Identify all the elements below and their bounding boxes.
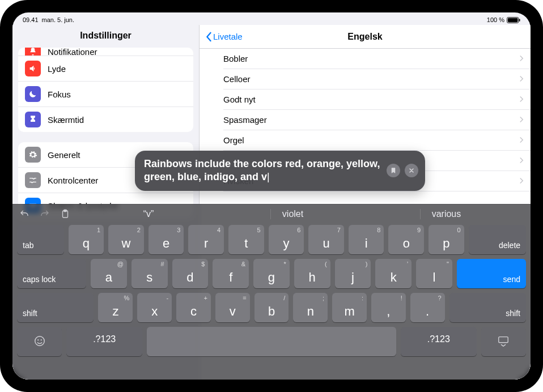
keyboard-row-1: tab 1q2w3e4r5t6y7u8i9o0pdelete — [17, 225, 526, 254]
chevron-right-icon — [519, 115, 524, 125]
key-s[interactable]: #s — [131, 259, 168, 288]
sidebar-item-label: Lyde — [48, 64, 66, 74]
key-f[interactable]: &f — [213, 259, 249, 288]
key-shift-right[interactable]: shift — [449, 293, 526, 322]
live-speech-text: Rainbows include the colors red, orange,… — [144, 158, 380, 182]
key-,[interactable]: !, — [371, 293, 406, 322]
key-numbers-right[interactable]: .?123 — [401, 327, 477, 356]
suggestion[interactable]: violet — [270, 209, 315, 219]
key-w[interactable]: 2w — [108, 225, 144, 254]
key-p[interactable]: 0p — [429, 225, 464, 254]
key-tab[interactable]: tab — [17, 225, 64, 254]
key-send[interactable]: send — [457, 259, 526, 288]
key-h[interactable]: (h — [294, 259, 330, 288]
back-label: Livetale — [213, 32, 243, 41]
key-k[interactable]: ’k — [375, 259, 412, 288]
key-numbers-left[interactable]: .?123 — [66, 327, 142, 356]
key-shift-left[interactable]: shift — [17, 293, 94, 322]
sidebar-item-notifications[interactable]: Notifikationer — [18, 48, 193, 56]
svg-point-5 — [35, 336, 44, 346]
redo-button[interactable] — [39, 208, 51, 220]
moon-icon — [25, 86, 41, 102]
keyboard-suggestions: “v” violet various — [79, 209, 525, 219]
close-button[interactable] — [405, 164, 418, 177]
voice-row[interactable]: Spasmager — [223, 110, 531, 130]
key-capslock[interactable]: caps lock — [17, 259, 86, 288]
key-m[interactable]: :m — [332, 293, 367, 322]
live-speech-bubble[interactable]: Rainbows include the colors red, orange,… — [135, 151, 425, 191]
key-i[interactable]: 8i — [349, 225, 384, 254]
key-r[interactable]: 4r — [188, 225, 224, 254]
svg-rect-8 — [499, 337, 508, 343]
sliders-icon — [25, 172, 41, 188]
sidebar-group-1: Notifikationer Lyde Fokus Skærmtid — [18, 48, 193, 132]
key-q[interactable]: 1q — [69, 225, 104, 254]
speaker-icon — [25, 61, 41, 76]
keyboard-row-2: caps lock @a#s$d&f*g(h)j’k"lsend — [17, 259, 526, 288]
clipboard-button[interactable] — [59, 208, 71, 220]
back-button[interactable]: Livetale — [200, 32, 248, 42]
status-bar: 09.41 man. 5. jun. 100 % — [12, 12, 531, 25]
key-e[interactable]: 3e — [149, 225, 184, 254]
key-.[interactable]: ?. — [410, 293, 445, 322]
key-x[interactable]: -x — [137, 293, 172, 322]
svg-rect-1 — [508, 18, 517, 22]
svg-point-7 — [40, 339, 41, 340]
voice-label: Godt nyt — [223, 95, 256, 104]
gear-icon — [25, 147, 41, 163]
sidebar-item-label: Kontrolcenter — [48, 176, 98, 185]
svg-rect-4 — [64, 210, 67, 212]
key-o[interactable]: 9o — [388, 225, 424, 254]
key-j[interactable]: )j — [335, 259, 371, 288]
key-emoji[interactable] — [17, 327, 62, 356]
key-delete[interactable]: delete — [469, 225, 526, 254]
sidebar-item-screentime[interactable]: Skærmtid — [18, 106, 193, 132]
chevron-right-icon — [519, 135, 524, 145]
key-g[interactable]: *g — [253, 259, 290, 288]
onscreen-keyboard: “v” violet various tab 1q2w3e4r5t6y7u8i9… — [12, 204, 531, 380]
voice-row[interactable]: Bobler — [223, 49, 531, 69]
status-time: 09.41 — [23, 16, 39, 23]
key-hide-keyboard[interactable] — [481, 327, 526, 356]
key-d[interactable]: $d — [172, 259, 209, 288]
chevron-right-icon — [519, 54, 524, 63]
sidebar-title: Indstillinger — [12, 25, 199, 48]
chevron-right-icon — [519, 74, 524, 84]
voice-label: Bobler — [223, 54, 248, 63]
bell-icon — [25, 48, 41, 56]
battery-percentage: 100 % — [487, 16, 504, 23]
key-z[interactable]: %z — [98, 293, 133, 322]
voice-row[interactable]: Orgel — [223, 130, 531, 151]
sidebar-item-label: Generelt — [48, 150, 80, 160]
sidebar-item-label: Notifikationer — [48, 48, 97, 56]
key-l[interactable]: "l — [416, 259, 452, 288]
sidebar-item-label: Skærmtid — [48, 115, 84, 125]
sidebar-item-focus[interactable]: Fokus — [18, 81, 193, 106]
key-t[interactable]: 5t — [228, 225, 264, 254]
svg-point-6 — [37, 339, 39, 340]
bookmark-button[interactable] — [387, 164, 400, 177]
key-space[interactable] — [147, 327, 396, 356]
sidebar-item-sounds[interactable]: Lyde — [18, 56, 193, 81]
key-c[interactable]: +c — [176, 293, 211, 322]
key-n[interactable]: ;n — [293, 293, 328, 322]
keyboard-row-4: .?123 .?123 — [17, 327, 526, 356]
hourglass-icon — [25, 112, 41, 127]
key-a[interactable]: @a — [91, 259, 127, 288]
keyboard-row-3: shift %z-x+c=v/b;n:m!,?.shift — [17, 293, 526, 322]
voice-row[interactable]: Godt nyt — [223, 90, 531, 110]
chevron-right-icon — [519, 156, 524, 165]
suggestion[interactable]: “v” — [132, 209, 166, 219]
key-v[interactable]: =v — [215, 293, 250, 322]
voice-label: Celloer — [223, 74, 251, 84]
key-y[interactable]: 6y — [269, 225, 304, 254]
voice-row[interactable]: Celloer — [223, 69, 531, 90]
undo-button[interactable] — [18, 208, 31, 220]
key-u[interactable]: 7u — [308, 225, 344, 254]
key-b[interactable]: /b — [254, 293, 289, 322]
voice-label: Spasmager — [223, 115, 267, 125]
battery-icon — [507, 17, 520, 23]
svg-rect-2 — [519, 19, 520, 22]
detail-title: Engelsk — [200, 32, 531, 42]
suggestion[interactable]: various — [420, 209, 473, 219]
